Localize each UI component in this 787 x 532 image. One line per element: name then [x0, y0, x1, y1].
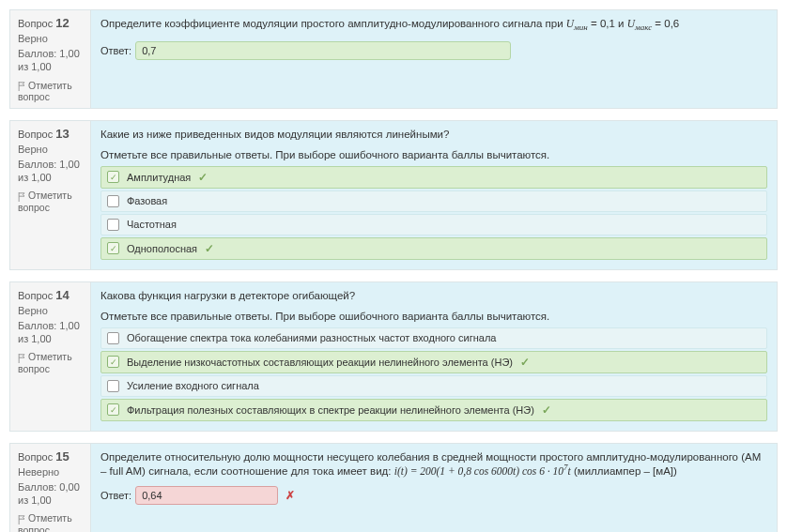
cross-icon: ✗ [285, 489, 295, 502]
option-row[interactable]: ✓Выделение низкочастотных составляющих р… [100, 351, 767, 373]
question-text: Какие из ниже приведенных видов модуляци… [100, 129, 767, 140]
flag-icon [18, 354, 26, 363]
question-marks: Баллов: 0,00 из 1,00 [18, 480, 83, 508]
option-row[interactable]: Частотная [100, 214, 767, 236]
flag-button[interactable]: Отметить вопрос [18, 190, 83, 212]
question-status: Верно [18, 305, 83, 316]
checkbox[interactable] [107, 332, 119, 344]
question-info: Вопрос 13 Верно Баллов: 1,00 из 1,00 Отм… [10, 121, 91, 269]
flag-button[interactable]: Отметить вопрос [18, 80, 83, 102]
instruction: Отметьте все правильные ответы. При выбо… [100, 311, 767, 322]
flag-icon [18, 515, 26, 524]
question-status: Неверно [18, 466, 83, 478]
question-marks: Баллов: 1,00 из 1,00 [18, 47, 83, 74]
question-number: Вопрос 15 [18, 449, 83, 464]
answer-row: Ответ: ✗ [100, 486, 767, 505]
question-13: Вопрос 13 Верно Баллов: 1,00 из 1,00 Отм… [9, 120, 778, 270]
tick-icon: ✓ [205, 242, 214, 255]
instruction: Отметьте все правильные ответы. При выбо… [100, 149, 767, 160]
option-label: Фильтрация полезных составляющих в спект… [127, 404, 534, 416]
checkbox[interactable]: ✓ [107, 403, 119, 416]
checkbox[interactable] [107, 380, 119, 392]
flag-button[interactable]: Отметить вопрос [18, 512, 83, 532]
question-number: Вопрос 12 [18, 16, 83, 30]
option-label: Фазовая [127, 195, 167, 206]
flag-icon [18, 192, 26, 202]
question-15: Вопрос 15 Неверно Баллов: 0,00 из 1,00 О… [9, 443, 778, 532]
option-row[interactable]: Усиление входного сигнала [100, 375, 767, 397]
checkbox[interactable]: ✓ [107, 242, 119, 254]
option-row[interactable]: ✓Амплитудная✓ [100, 166, 767, 189]
flag-button[interactable]: Отметить вопрос [18, 351, 83, 373]
option-row[interactable]: Обогащение спектра тока колебаниями разн… [100, 327, 767, 349]
question-marks: Баллов: 1,00 из 1,00 [18, 319, 83, 346]
question-12: Вопрос 12 Верно Баллов: 1,00 из 1,00 Отм… [9, 9, 778, 109]
tick-icon: ✓ [520, 356, 530, 369]
option-row[interactable]: ✓Однополосная✓ [100, 237, 767, 260]
question-marks: Баллов: 1,00 из 1,00 [18, 158, 83, 185]
flag-icon [18, 82, 26, 91]
checkbox[interactable] [107, 219, 119, 231]
option-label: Амплитудная [127, 172, 191, 183]
question-content: Какова функция нагрузки в детекторе огиб… [91, 282, 777, 431]
option-label: Усиление входного сигнала [127, 380, 259, 391]
question-content: Какие из ниже приведенных видов модуляци… [91, 121, 777, 269]
question-content: Определите коэффициенте модуляции просто… [91, 10, 777, 108]
option-row[interactable]: ✓Фильтрация полезных составляющих в спек… [100, 399, 767, 421]
question-info: Вопрос 14 Верно Баллов: 1,00 из 1,00 Отм… [10, 282, 91, 431]
checkbox[interactable] [107, 195, 119, 207]
option-row[interactable]: Фазовая [100, 190, 767, 212]
question-text: Какова функция нагрузки в детекторе огиб… [100, 290, 767, 301]
question-info: Вопрос 12 Верно Баллов: 1,00 из 1,00 Отм… [10, 10, 91, 108]
question-content: Определите относительную долю мощности н… [91, 444, 777, 532]
question-14: Вопрос 14 Верно Баллов: 1,00 из 1,00 Отм… [9, 281, 778, 432]
answer-label: Ответ: [100, 45, 131, 56]
answer-label: Ответ: [100, 490, 131, 501]
question-number: Вопрос 14 [18, 288, 83, 302]
tick-icon: ✓ [542, 403, 551, 417]
question-text: Определите коэффициенте модуляции просто… [100, 18, 767, 32]
options-list: Обогащение спектра тока колебаниями разн… [100, 327, 767, 421]
options-list: ✓Амплитудная✓ФазоваяЧастотная✓Однополосн… [100, 166, 767, 260]
checkbox[interactable]: ✓ [107, 171, 119, 183]
answer-input[interactable] [135, 486, 278, 505]
option-label: Выделение низкочастотных составляющих ре… [127, 357, 513, 368]
question-status: Верно [18, 144, 83, 155]
question-info: Вопрос 15 Неверно Баллов: 0,00 из 1,00 О… [10, 444, 91, 532]
answer-row: Ответ: [100, 41, 767, 60]
question-text: Определите относительную долю мощности н… [100, 451, 767, 477]
question-status: Верно [18, 33, 83, 44]
option-label: Однополосная [127, 243, 197, 254]
tick-icon: ✓ [198, 171, 208, 184]
checkbox[interactable]: ✓ [107, 356, 119, 368]
option-label: Обогащение спектра тока колебаниями разн… [127, 332, 496, 343]
answer-input[interactable] [135, 41, 511, 60]
question-number: Вопрос 13 [18, 127, 83, 141]
option-label: Частотная [127, 219, 177, 230]
